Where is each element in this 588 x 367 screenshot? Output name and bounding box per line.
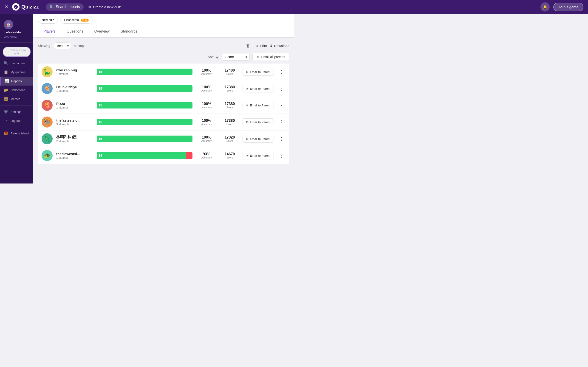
avatar: 🤖: [4, 20, 13, 29]
more-options-button[interactable]: ⋮: [277, 102, 286, 109]
email-all-parents-button[interactable]: ✉ Email all parents: [252, 53, 290, 61]
search-label: Search reports: [56, 5, 80, 9]
player-attempts: 1 attempt: [56, 89, 93, 92]
player-name: theslowestsl...: [56, 152, 93, 156]
email-parent-button[interactable]: ✉ Email to Parent: [242, 135, 274, 143]
accuracy-section: 100% Accuracy: [196, 102, 217, 109]
accuracy-label: Accuracy: [196, 73, 217, 75]
table-row: 🍕 He is a shiyu 1 attempt 15 100%: [38, 80, 289, 97]
nav-divider: [0, 105, 33, 106]
score-label: Score: [221, 123, 239, 125]
progress-bar-fill: 14: [97, 152, 186, 159]
tab-questions[interactable]: Questions: [61, 26, 89, 37]
envelope-icon: ✉: [246, 104, 249, 107]
sidebar-item-collections[interactable]: 📁 Collections: [0, 85, 33, 94]
email-parent-button[interactable]: ✉ Email to Parent: [242, 152, 274, 159]
more-options-button[interactable]: ⋮: [277, 152, 286, 159]
accuracy-label: Accuracy: [196, 156, 217, 159]
avatar: 🍕: [42, 83, 52, 94]
sidebar-item-my-quizzes[interactable]: 📋 My quizzes: [0, 68, 33, 77]
score-label: Score: [221, 73, 239, 75]
table-row: 🦥 thefastestslo... 3 attempts 15 100: [38, 114, 289, 131]
download-button[interactable]: ⬇ Download: [270, 44, 289, 48]
new-quiz-button[interactable]: New quiz: [38, 16, 58, 24]
create-quiz-header-button[interactable]: ⊕ Create a new quiz: [88, 5, 121, 9]
progress-bar-fill: 15: [97, 85, 192, 92]
score-section: 17380 Score: [221, 102, 239, 109]
print-icon: 🖨: [255, 44, 258, 48]
progress-bar-container: 14: [97, 152, 192, 159]
tab-overview[interactable]: Overview: [89, 26, 115, 37]
progress-bar-container: 15: [97, 102, 192, 108]
sidebar-item-label: Log out: [10, 119, 20, 123]
create-new-quiz-sidebar-button[interactable]: + Create a new quiz: [3, 47, 31, 57]
sidebar-item-settings[interactable]: ⚙️ Settings: [0, 107, 33, 116]
folder-icon: 📁: [4, 88, 8, 92]
envelope-icon: ✉: [246, 137, 249, 141]
player-name: He is a shiyu: [56, 85, 93, 89]
sidebar: 🤖 thefastestsloth View profile + Create …: [0, 14, 33, 184]
sidebar-item-label: Settings: [10, 110, 21, 114]
delete-button[interactable]: 🗑: [244, 42, 252, 49]
more-options-button[interactable]: ⋮: [277, 135, 286, 142]
accuracy-value: 100%: [196, 68, 217, 73]
sidebar-item-label: My quizzes: [10, 70, 26, 74]
sidebar-item-label: Find a quiz: [10, 61, 25, 65]
score-section: 17380 Score: [221, 119, 239, 125]
envelope-icon: ✉: [246, 70, 249, 74]
accuracy-value: 93%: [196, 152, 217, 156]
progress-bar-fill: 15: [97, 69, 192, 75]
print-button[interactable]: 🖨 Print: [255, 44, 267, 48]
email-parent-button[interactable]: ✉ Email to Parent: [242, 85, 274, 92]
accuracy-section: 100% Accuracy: [196, 68, 217, 75]
progress-bar-container: 15: [97, 85, 192, 92]
sidebar-item-find-quiz[interactable]: 🔍 Find a quiz: [0, 59, 33, 68]
avatar: 🐢: [42, 150, 52, 161]
player-name: Pizza: [56, 102, 93, 106]
email-parent-label: Email to Parent: [250, 70, 270, 74]
envelope-icon: ✉: [246, 154, 249, 157]
more-options-button[interactable]: ⋮: [277, 68, 286, 75]
progress-bar-bg: 14: [97, 152, 192, 159]
progress-bar-bg: 15: [97, 69, 192, 75]
sort-row: Sort By: Score ▾ ✉ Email all parents: [38, 53, 289, 61]
image-icon: 🖼️: [4, 97, 8, 101]
top-bar-buttons: New quiz Flashcards NEW: [38, 14, 289, 26]
sort-select[interactable]: Score: [222, 53, 250, 60]
email-parent-button[interactable]: ✉ Email to Parent: [242, 68, 274, 76]
email-parent-button[interactable]: ✉ Email to Parent: [242, 118, 274, 126]
email-parent-label: Email to Parent: [250, 104, 270, 107]
logo-text: Quizizz: [21, 4, 39, 10]
sidebar-item-reports[interactable]: 📊 Reports: [0, 77, 33, 85]
close-button[interactable]: ✕: [5, 4, 9, 10]
player-name: thefastestslo...: [56, 118, 93, 122]
tab-standards[interactable]: Standards: [115, 26, 143, 37]
avatar: 🍕: [42, 100, 52, 111]
print-label: Print: [260, 44, 267, 48]
best-select[interactable]: Best: [53, 42, 71, 49]
accuracy-value: 100%: [196, 102, 217, 106]
tab-players[interactable]: Players: [38, 26, 61, 37]
avatar: 🦥: [42, 117, 52, 127]
search-bar[interactable]: 🔍 Search reports: [46, 3, 84, 10]
progress-score: 15: [99, 87, 102, 90]
player-info: thefastestslo... 3 attempts: [56, 118, 93, 126]
score-value: 17380: [221, 85, 239, 89]
player-name: Chicken nug...: [56, 68, 93, 72]
score-value: 14670: [221, 152, 239, 156]
more-options-button[interactable]: ⋮: [277, 118, 286, 126]
sidebar-item-label: Refer a friend: [10, 132, 29, 135]
view-profile-link[interactable]: View profile: [4, 35, 17, 38]
players-list: 🦕 Chicken nug... 1 attempt 15 100%: [38, 64, 289, 164]
more-options-button[interactable]: ⋮: [277, 85, 286, 92]
logo-icon: Q: [12, 3, 19, 10]
flashcards-button[interactable]: Flashcards NEW: [60, 16, 93, 24]
sidebar-item-memes[interactable]: 🖼️ Memes: [0, 94, 33, 103]
avatar: 🦕: [42, 66, 52, 77]
list-icon: 📋: [4, 70, 8, 74]
progress-bar-bg: 15: [97, 85, 192, 92]
sidebar-item-logout[interactable]: → Log out: [0, 116, 33, 125]
progress-score: 15: [99, 70, 102, 74]
sidebar-item-refer[interactable]: 🎁 Refer a friend: [0, 129, 33, 138]
email-parent-button[interactable]: ✉ Email to Parent: [242, 102, 274, 109]
